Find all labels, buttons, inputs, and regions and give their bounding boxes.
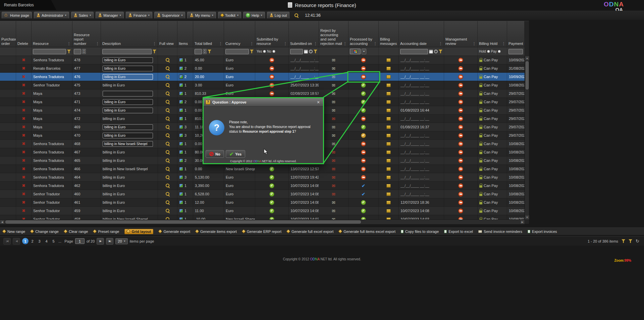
column-header-billing-messages[interactable]: Billing messages	[379, 21, 399, 47]
rejection-mail-icon[interactable]	[332, 58, 335, 62]
status-yes-icon[interactable]	[269, 208, 274, 213]
column-menu-icon[interactable]	[283, 42, 287, 46]
clock-icon[interactable]	[434, 50, 438, 53]
chevron-down-icon[interactable]	[362, 49, 366, 54]
filter-yes-radio[interactable]	[263, 50, 266, 53]
billing-messages-icon[interactable]	[386, 100, 391, 104]
toolbar-item-export-to-excel[interactable]: Export to excel	[444, 230, 473, 234]
filter-funnel-icon[interactable]	[314, 50, 317, 53]
rejection-mail-icon[interactable]	[332, 91, 335, 96]
delete-icon[interactable]	[22, 167, 25, 171]
menu-item-sales[interactable]: Sales	[71, 12, 94, 19]
delete-icon[interactable]	[22, 142, 25, 146]
first-page-button[interactable]	[3, 238, 11, 245]
full-view-icon[interactable]	[165, 91, 170, 96]
column-header-management-review[interactable]: Management review	[444, 21, 478, 47]
status-no-icon[interactable]	[458, 83, 463, 88]
table-row[interactable]: Senhora Tradutora478145.00Euro__/__/____…	[0, 56, 525, 64]
column-header-purchase-order[interactable]: Purchase order	[0, 21, 16, 47]
status-no-icon[interactable]	[458, 66, 463, 71]
status-no-icon[interactable]	[458, 158, 463, 163]
page-size-select[interactable]: 20	[115, 238, 127, 244]
column-menu-icon[interactable]	[96, 42, 99, 46]
status-no-icon[interactable]	[458, 133, 463, 138]
description-input[interactable]	[103, 108, 153, 113]
status-no-icon[interactable]	[458, 116, 463, 121]
page-button-4[interactable]: 4	[43, 238, 50, 244]
status-amber-icon[interactable]	[361, 133, 366, 138]
menu-item-log-out[interactable]: Log out	[267, 12, 290, 19]
rejection-mail-icon[interactable]	[332, 209, 335, 213]
description-input[interactable]	[103, 124, 153, 130]
status-no-icon[interactable]	[269, 83, 274, 88]
column-menu-icon[interactable]	[250, 42, 254, 46]
table-row[interactable]: Senhor Tradutor461billing in Euro112.00E…	[0, 198, 525, 207]
filter-funnel-icon[interactable]	[439, 50, 442, 53]
column-menu-icon[interactable]	[439, 42, 442, 46]
horizontal-scrollbar[interactable]	[0, 219, 525, 224]
filter-hold-radio[interactable]	[487, 50, 490, 53]
processed-check-icon[interactable]	[362, 184, 365, 188]
next-page-button[interactable]	[97, 238, 104, 245]
billing-messages-icon[interactable]	[386, 142, 391, 146]
status-yes-icon[interactable]	[361, 100, 366, 105]
column-menu-icon[interactable]	[153, 42, 156, 46]
billing-messages-icon[interactable]	[386, 58, 391, 62]
status-no-icon[interactable]	[361, 158, 366, 163]
delete-icon[interactable]	[22, 75, 25, 79]
rejection-mail-icon[interactable]	[332, 108, 335, 113]
billing-messages-icon[interactable]	[386, 209, 391, 213]
delete-icon[interactable]	[22, 100, 25, 104]
column-header-total-billed[interactable]: Total billed	[193, 21, 224, 47]
delete-icon[interactable]	[22, 83, 25, 87]
status-no-icon[interactable]	[361, 167, 366, 172]
status-yes-icon[interactable]	[361, 91, 366, 96]
spinner-buttons[interactable]	[203, 49, 207, 54]
full-view-icon[interactable]	[165, 125, 170, 129]
page-button-5[interactable]: 5	[50, 238, 57, 244]
status-no-icon[interactable]	[361, 141, 366, 146]
filter-number-input[interactable]	[74, 49, 81, 54]
status-yes-icon[interactable]	[269, 167, 274, 172]
rejection-mail-icon[interactable]	[332, 125, 335, 129]
close-icon[interactable]	[316, 100, 321, 105]
status-yes-icon[interactable]	[269, 200, 274, 205]
calendar-icon[interactable]	[429, 50, 433, 54]
delete-icon[interactable]	[22, 175, 25, 179]
page-button-2[interactable]: 2	[29, 238, 36, 244]
description-input[interactable]	[103, 99, 153, 105]
yes-button[interactable]: Yes	[226, 150, 246, 158]
status-yes-icon[interactable]	[269, 192, 274, 197]
status-no-icon[interactable]	[458, 108, 463, 113]
column-menu-icon[interactable]	[219, 42, 222, 46]
full-view-icon[interactable]	[165, 208, 170, 213]
full-view-icon[interactable]	[165, 141, 170, 146]
status-no-icon[interactable]	[361, 150, 366, 155]
column-menu-icon[interactable]	[67, 42, 71, 46]
rejection-mail-icon[interactable]	[332, 133, 335, 138]
column-header-payment-date[interactable]: Payment date	[507, 21, 525, 47]
status-no-icon[interactable]	[361, 74, 366, 79]
status-yes-icon[interactable]	[361, 208, 366, 213]
rejection-mail-icon[interactable]	[332, 192, 335, 196]
toolbar-item-generate-export[interactable]: Generate export	[159, 230, 190, 234]
rejection-mail-icon[interactable]	[332, 75, 335, 79]
menu-item-supervisor[interactable]: Supervisor	[154, 12, 185, 19]
full-view-icon[interactable]	[165, 74, 170, 79]
table-row[interactable]: Senhora Tradutora466billing in New Israe…	[0, 165, 525, 173]
full-view-icon[interactable]	[165, 58, 170, 62]
rejection-mail-icon[interactable]	[332, 100, 335, 104]
scroll-down-icon[interactable]	[525, 215, 529, 219]
toolbar-item-send-invoice-reminders[interactable]: Send invoice reminders	[478, 230, 522, 234]
delete-icon[interactable]	[22, 117, 25, 121]
menu-item-help[interactable]: Help	[243, 12, 265, 19]
full-view-icon[interactable]	[165, 100, 170, 104]
column-header-resource[interactable]: Resource	[32, 21, 72, 47]
column-menu-icon[interactable]	[314, 42, 317, 46]
column-header-description[interactable]: Description	[101, 21, 158, 47]
description-input[interactable]	[103, 57, 153, 63]
status-no-icon[interactable]	[458, 74, 463, 79]
status-no-icon[interactable]	[458, 141, 463, 146]
delete-icon[interactable]	[22, 209, 25, 213]
delete-icon[interactable]	[22, 184, 25, 188]
